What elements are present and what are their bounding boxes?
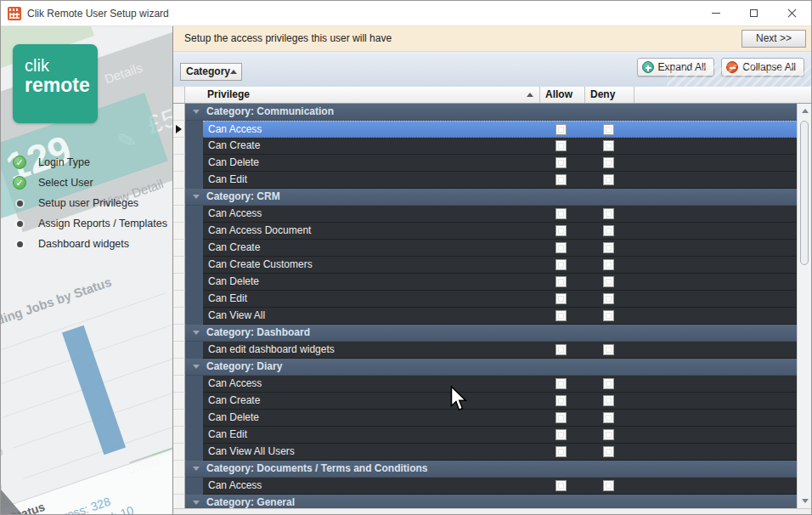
collapse-chevron-icon[interactable]: [193, 110, 200, 114]
privilege-row[interactable]: Can Access Document: [173, 223, 811, 240]
group-by-category-chip[interactable]: Category: [180, 63, 242, 81]
close-button[interactable]: [773, 1, 811, 25]
category-row[interactable]: Category: Diary: [173, 359, 811, 376]
minimize-button[interactable]: [696, 1, 735, 25]
deny-checkbox[interactable]: [603, 480, 614, 491]
privilege-row[interactable]: Can View All Users: [173, 444, 811, 461]
deny-checkbox[interactable]: [603, 378, 614, 389]
allow-checkbox[interactable]: [555, 124, 567, 135]
deny-checkbox[interactable]: [603, 140, 614, 151]
deny-checkbox[interactable]: [603, 276, 614, 287]
privilege-row[interactable]: Can Access: [173, 478, 811, 495]
deny-checkbox[interactable]: [603, 242, 614, 253]
allow-checkbox[interactable]: [555, 242, 567, 253]
collapse-chevron-icon[interactable]: [193, 501, 200, 505]
allow-checkbox[interactable]: [555, 157, 567, 168]
privilege-row[interactable]: Can Create Customers: [173, 257, 811, 274]
column-header-deny[interactable]: Deny: [585, 87, 634, 103]
category-row[interactable]: Category: CRM: [173, 189, 811, 206]
privilege-row[interactable]: Can edit dashboard widgets: [173, 342, 811, 359]
allow-checkbox[interactable]: [555, 446, 567, 457]
scrollbar-thumb[interactable]: [800, 121, 809, 265]
allow-checkbox[interactable]: [555, 259, 567, 270]
allow-checkbox[interactable]: [555, 429, 567, 440]
column-header-allow[interactable]: Allow: [540, 87, 585, 103]
wizard-window: Clik Remote User Setup wizard Details ✎ …: [0, 0, 812, 515]
deny-checkbox[interactable]: [603, 124, 614, 135]
privilege-row[interactable]: Can Edit: [173, 427, 811, 444]
privilege-label: Can Edit: [208, 292, 247, 304]
allow-checkbox[interactable]: [555, 480, 567, 491]
allow-checkbox[interactable]: [555, 395, 567, 406]
allow-checkbox[interactable]: [555, 293, 567, 304]
privilege-row[interactable]: Can Create: [173, 138, 811, 155]
expand-all-label: Expand All: [658, 61, 707, 73]
deny-checkbox[interactable]: [603, 429, 614, 440]
category-row[interactable]: Category: General: [173, 495, 811, 508]
collapse-chevron-icon[interactable]: [193, 331, 200, 335]
maximize-button[interactable]: [735, 1, 773, 25]
allow-checkbox[interactable]: [555, 276, 567, 287]
allow-checkbox[interactable]: [555, 208, 567, 219]
allow-checkbox[interactable]: [555, 310, 567, 321]
grid-corner-cell: [173, 87, 185, 103]
allow-checkbox[interactable]: [555, 140, 567, 151]
category-label: Category: CRM: [206, 190, 280, 202]
deny-checkbox[interactable]: [603, 446, 614, 457]
privilege-label: Can Access: [208, 123, 262, 135]
allow-checkbox[interactable]: [555, 378, 567, 389]
collapse-chevron-icon[interactable]: [193, 467, 200, 471]
privilege-row[interactable]: Can Delete: [173, 155, 811, 172]
deny-checkbox[interactable]: [603, 208, 614, 219]
allow-checkbox[interactable]: [555, 344, 567, 355]
privilege-row[interactable]: Can Delete: [173, 410, 811, 427]
expand-all-button[interactable]: Expand All: [637, 58, 715, 76]
deny-checkbox[interactable]: [603, 225, 614, 236]
privilege-row[interactable]: Can Create: [173, 240, 811, 257]
privilege-row[interactable]: Can View All: [173, 308, 811, 325]
group-indent: [185, 410, 203, 427]
vertical-scrollbar[interactable]: [797, 104, 811, 508]
deny-checkbox[interactable]: [603, 157, 614, 168]
collapse-all-button[interactable]: Collapse All: [721, 58, 804, 76]
deny-checkbox[interactable]: [603, 174, 614, 185]
scroll-down-button[interactable]: [798, 494, 811, 508]
bullet-dot-icon: [17, 201, 23, 207]
privilege-row[interactable]: Can Edit: [173, 172, 811, 189]
category-row[interactable]: Category: Documents / Terms and Conditio…: [173, 461, 811, 478]
check-circle-icon: [13, 176, 26, 190]
privilege-row[interactable]: Can Create: [173, 393, 811, 410]
wizard-step-label: Select User: [38, 177, 93, 189]
deny-checkbox[interactable]: [603, 293, 614, 304]
deny-header-label: Deny: [590, 88, 615, 100]
allow-checkbox[interactable]: [555, 174, 567, 185]
collapse-chevron-icon[interactable]: [193, 365, 200, 369]
allow-checkbox[interactable]: [555, 412, 567, 423]
row-selector-cell: [173, 325, 185, 342]
plus-circle-icon: [642, 61, 654, 73]
column-header-privilege[interactable]: Privilege: [185, 87, 540, 103]
category-row[interactable]: Category: Dashboard: [173, 325, 811, 342]
row-selector-cell: [173, 138, 185, 155]
deny-checkbox[interactable]: [603, 395, 614, 406]
scroll-up-button[interactable]: [798, 104, 811, 118]
deny-checkbox[interactable]: [603, 310, 614, 321]
privilege-row[interactable]: Can Delete: [173, 274, 811, 291]
collapse-chevron-icon[interactable]: [193, 195, 200, 199]
row-selector-cell: [173, 121, 185, 138]
privilege-row[interactable]: Can Access: [173, 206, 811, 223]
allow-checkbox[interactable]: [555, 225, 567, 236]
category-label: Category: Dashboard: [206, 326, 310, 338]
clik-remote-logo: clik remote: [13, 44, 98, 123]
privilege-row[interactable]: Can Edit: [173, 291, 811, 308]
deny-checkbox[interactable]: [603, 412, 614, 423]
deny-checkbox[interactable]: [603, 344, 614, 355]
minimize-icon: [712, 13, 720, 14]
minus-circle-icon: [726, 61, 738, 73]
privilege-row[interactable]: Can Access: [173, 121, 811, 138]
grid-header-filler: [634, 87, 811, 103]
category-row[interactable]: Category: Communication: [173, 104, 811, 121]
privilege-row[interactable]: Can Access: [173, 376, 811, 393]
deny-checkbox[interactable]: [603, 259, 614, 270]
next-button[interactable]: Next >>: [742, 30, 806, 48]
